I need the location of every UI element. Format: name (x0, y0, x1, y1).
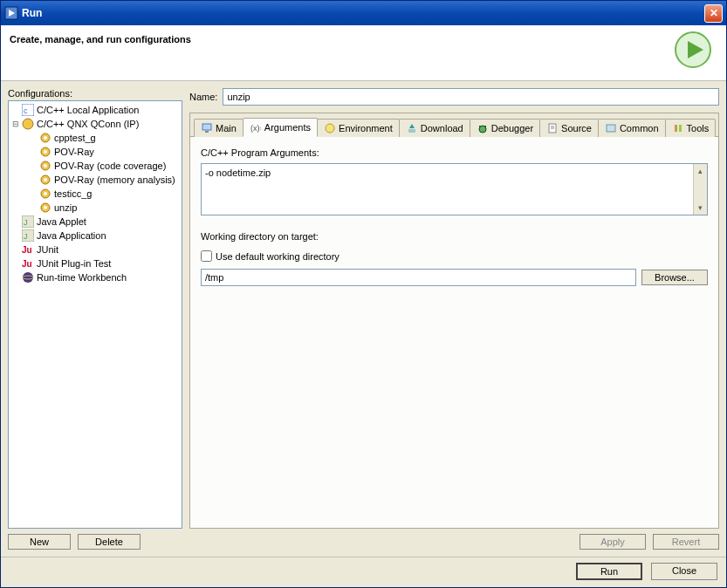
tree-item-c-local[interactable]: c C/C++ Local Application (9, 103, 182, 117)
name-input[interactable] (223, 88, 719, 106)
tree-item-label: POV-Ray (memory analysis) (54, 174, 175, 185)
tab-debugger[interactable]: Debugger (470, 119, 540, 137)
header-subtitle: Create, manage, and run configurations (10, 31, 674, 44)
new-button[interactable]: New (8, 534, 71, 550)
tab-environment[interactable]: Environment (317, 119, 400, 137)
tree-item-povray-cov[interactable]: POV-Ray (code coverage) (9, 159, 182, 173)
tabstrip: Main (x)= Arguments Environment Down (190, 113, 718, 137)
tree-item-c-qnx[interactable]: ⊟ C/C++ QNX QConn (IP) (9, 117, 182, 131)
configurations-panel: Configurations: c C/C++ Local Applicatio… (8, 88, 182, 550)
run-play-icon (674, 31, 712, 69)
tab-source[interactable]: Source (539, 119, 599, 137)
editor-footer: Apply Revert (189, 534, 719, 550)
gear-icon (38, 159, 52, 173)
tree-item-java-app[interactable]: J Java Application (9, 229, 182, 243)
tree-buttons: New Delete (8, 534, 182, 550)
close-icon[interactable]: ✕ (704, 4, 723, 23)
dialog-header: Create, manage, and run configurations (1, 25, 726, 81)
tree-item-cpptest[interactable]: cpptest_g (9, 131, 182, 145)
workdir-row: Browse... (201, 269, 708, 286)
gear-icon (38, 173, 52, 187)
svg-text:J: J (24, 218, 28, 227)
workdir-input[interactable] (201, 269, 636, 286)
svg-point-10 (44, 150, 47, 154)
tree-item-label: POV-Ray (54, 147, 94, 157)
svg-point-6 (23, 119, 33, 129)
tab-tools[interactable]: Tools (665, 119, 717, 137)
apply-button[interactable]: Apply (580, 534, 646, 550)
svg-rect-41 (679, 125, 682, 132)
tab-main[interactable]: Main (194, 119, 243, 137)
tree-item-label: Run-time Workbench (37, 272, 127, 283)
name-label: Name: (189, 92, 217, 102)
program-args-label: C/C++ Program Arguments: (201, 147, 708, 158)
svg-text:J: J (24, 232, 28, 241)
svg-marker-32 (409, 124, 415, 128)
tree-item-unzip[interactable]: unzip (9, 201, 182, 215)
run-dialog: Run ✕ Create, manage, and run configurat… (0, 0, 727, 588)
svg-point-18 (44, 206, 47, 209)
java-app-icon: J (21, 229, 35, 243)
svg-point-14 (44, 178, 47, 181)
common-icon (605, 122, 617, 134)
tree-item-label: unzip (54, 202, 77, 213)
dialog-body: Configurations: c C/C++ Local Applicatio… (1, 81, 726, 557)
browse-button[interactable]: Browse... (641, 270, 708, 285)
gear-icon (38, 187, 52, 201)
workdir-label: Working directory on target: (201, 231, 708, 242)
scroll-down-icon[interactable]: ▾ (694, 201, 707, 215)
scroll-up-icon[interactable]: ▴ (694, 164, 707, 178)
tree-item-workbench[interactable]: Run-time Workbench (9, 270, 182, 284)
tab-label: Arguments (264, 122, 311, 133)
tree-item-label: JUnit Plug-in Test (37, 258, 111, 269)
tree-item-testicc[interactable]: testicc_g (9, 187, 182, 201)
tools-icon (672, 122, 684, 134)
tree-item-java-applet[interactable]: J Java Applet (9, 215, 182, 229)
collapse-icon[interactable]: ⊟ (10, 120, 21, 128)
svg-text:Ju: Ju (22, 245, 32, 255)
use-default-checkbox[interactable] (201, 250, 212, 262)
tab-arguments[interactable]: (x)= Arguments (243, 118, 318, 137)
tree-item-junit-plugin[interactable]: Ju JUnit Plug-in Test (9, 256, 182, 270)
tab-download[interactable]: Download (399, 119, 470, 137)
gear-icon (38, 131, 52, 145)
tree-item-povray[interactable]: POV-Ray (9, 145, 182, 159)
tabs-container: Main (x)= Arguments Environment Down (189, 113, 719, 529)
tree-item-label: Java Application (37, 230, 106, 241)
java-applet-icon: J (21, 215, 35, 229)
titlebar: Run ✕ (1, 1, 726, 25)
tree-item-label: cpptest_g (54, 133, 96, 143)
main-row: Configurations: c C/C++ Local Applicatio… (8, 88, 719, 550)
svg-rect-31 (408, 129, 415, 133)
gear-icon (38, 145, 52, 159)
delete-button[interactable]: Delete (78, 534, 141, 550)
app-icon (4, 6, 18, 20)
args-scrollbar[interactable]: ▴ ▾ (693, 164, 707, 215)
tree-item-label: JUnit (37, 244, 58, 255)
tree-item-junit[interactable]: Ju JUnit (9, 243, 182, 256)
svg-point-8 (44, 136, 47, 140)
junit-plugin-icon: Ju (21, 256, 35, 270)
window-title: Run (22, 7, 704, 19)
tree-item-label: POV-Ray (code coverage) (54, 161, 166, 171)
tab-label: Main (216, 123, 237, 133)
configurations-tree[interactable]: c C/C++ Local Application ⊟ C/C++ QNX QC… (8, 100, 182, 529)
name-row: Name: (189, 88, 719, 106)
program-args-input[interactable]: -o nodetime.zip (202, 164, 693, 215)
tree-item-label: testicc_g (54, 188, 92, 199)
svg-point-16 (44, 192, 47, 195)
svg-text:(x)=: (x)= (250, 124, 261, 133)
svg-text:c: c (24, 106, 28, 115)
tree-item-label: Java Applet (37, 216, 86, 227)
run-button[interactable]: Run (576, 563, 642, 580)
env-icon (324, 122, 336, 134)
configurations-label: Configurations: (8, 88, 182, 99)
tab-body-arguments: C/C++ Program Arguments: -o nodetime.zip… (190, 137, 718, 528)
tab-label: Environment (339, 123, 393, 133)
monitor-icon (201, 122, 213, 134)
svg-point-25 (23, 272, 33, 283)
tree-item-povray-mem[interactable]: POV-Ray (memory analysis) (9, 173, 182, 187)
tab-common[interactable]: Common (598, 119, 666, 137)
close-button[interactable]: Close (651, 563, 717, 580)
revert-button[interactable]: Revert (653, 534, 719, 550)
